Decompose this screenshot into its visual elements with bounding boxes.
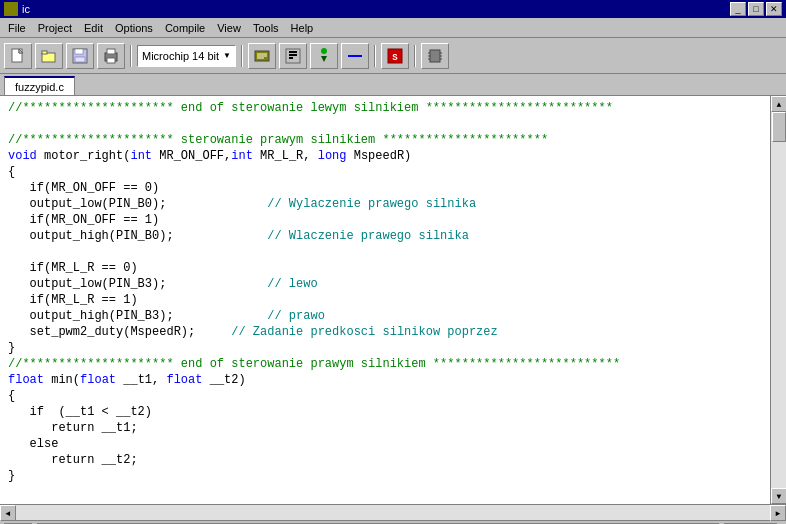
dropdown-arrow-icon: ▼ [223, 51, 231, 60]
line-icon [347, 48, 363, 64]
code-line-12: output_low(PIN_B3); // lewo [8, 277, 318, 291]
code-line-19: { [8, 389, 15, 403]
run-icon [285, 48, 301, 64]
toolbar: Microchip 14 bit ▼ S [0, 38, 786, 74]
minimize-button[interactable]: _ [730, 2, 746, 16]
scroll-up-button[interactable]: ▲ [771, 96, 786, 112]
tab-bar: fuzzypid.c [0, 74, 786, 96]
code-line-4: void motor_right(int MR_ON_OFF,int MR_L_… [8, 149, 411, 163]
code-line-8: if(MR_ON_OFF == 1) [8, 213, 159, 227]
code-line-24: } [8, 469, 15, 483]
code-editor[interactable]: //********************* end of sterowani… [0, 96, 770, 504]
tab-label: fuzzypid.c [15, 81, 64, 93]
maximize-button[interactable]: □ [748, 2, 764, 16]
new-file-icon [10, 48, 26, 64]
code-line-23: return __t2; [8, 453, 138, 467]
app-icon [4, 2, 18, 16]
tree-button[interactable] [310, 43, 338, 69]
stop-button[interactable]: S [381, 43, 409, 69]
code-line-5: { [8, 165, 15, 179]
chip-selector-label: Microchip 14 bit [142, 50, 219, 62]
code-line-21: return __t1; [8, 421, 138, 435]
svg-rect-23 [430, 50, 440, 62]
code-line-20: if (__t1 < __t2) [8, 405, 152, 419]
new-file-button[interactable] [4, 43, 32, 69]
tab-fuzzypid[interactable]: fuzzypid.c [4, 76, 75, 95]
svg-rect-5 [75, 49, 83, 54]
stop-icon: S [387, 48, 403, 64]
menu-bar: File Project Edit Options Compile View T… [0, 18, 786, 38]
menu-project[interactable]: Project [32, 20, 78, 36]
toolbar-separator-2 [241, 45, 243, 67]
horizontal-scrollbar[interactable]: ◄ ► [0, 504, 786, 520]
code-line-9: output_high(PIN_B0); // Wlaczenie praweg… [8, 229, 469, 243]
run-button[interactable] [279, 43, 307, 69]
menu-tools[interactable]: Tools [247, 20, 285, 36]
toolbar-separator-3 [374, 45, 376, 67]
title-bar-buttons: _ □ ✕ [730, 2, 782, 16]
svg-rect-6 [75, 57, 85, 62]
code-line-6: if(MR_ON_OFF == 0) [8, 181, 159, 195]
scroll-h-track[interactable] [16, 505, 770, 520]
scroll-right-button[interactable]: ► [770, 505, 786, 521]
svg-marker-19 [321, 56, 327, 62]
line-button[interactable] [341, 43, 369, 69]
menu-options[interactable]: Options [109, 20, 159, 36]
svg-rect-3 [42, 51, 47, 54]
print-button[interactable] [97, 43, 125, 69]
chip-button[interactable] [421, 43, 449, 69]
scroll-thumb[interactable] [772, 112, 786, 142]
editor-container: //********************* end of sterowani… [0, 96, 786, 504]
svg-rect-8 [107, 49, 115, 54]
toolbar-separator-4 [414, 45, 416, 67]
code-line-18: float min(float __t1, float __t2) [8, 373, 246, 387]
code-line-14: output_high(PIN_B3); // prawo [8, 309, 325, 323]
menu-edit[interactable]: Edit [78, 20, 109, 36]
tree-icon [316, 48, 332, 64]
code-line-3: //********************* sterowanie prawy… [8, 133, 548, 147]
compile-icon [254, 48, 270, 64]
print-icon [103, 48, 119, 64]
menu-view[interactable]: View [211, 20, 247, 36]
code-line-16: } [8, 341, 15, 355]
scroll-down-button[interactable]: ▼ [771, 488, 786, 504]
toolbar-separator-1 [130, 45, 132, 67]
open-file-button[interactable] [35, 43, 63, 69]
code-line-13: if(MR_L_R == 1) [8, 293, 138, 307]
close-button[interactable]: ✕ [766, 2, 782, 16]
title-bar: ic _ □ ✕ [0, 0, 786, 18]
open-file-icon [41, 48, 57, 64]
save-button[interactable] [66, 43, 94, 69]
code-line-11: if(MR_L_R == 0) [8, 261, 138, 275]
compile-button[interactable] [248, 43, 276, 69]
menu-help[interactable]: Help [285, 20, 320, 36]
svg-text:S: S [392, 53, 398, 63]
chip-icon [427, 48, 443, 64]
menu-compile[interactable]: Compile [159, 20, 211, 36]
svg-rect-20 [348, 55, 362, 57]
code-line-15: set_pwm2_duty(MspeedR); // Zadanie predk… [8, 325, 498, 339]
scroll-left-button[interactable]: ◄ [0, 505, 16, 521]
status-bar: 1:1 d:\roboty\microchip\piclab\fuzzypid.… [0, 520, 786, 524]
code-line-1: //********************* end of sterowani… [8, 101, 613, 115]
code-line-22: else [8, 437, 58, 451]
code-line-7: output_low(PIN_B0); // Wylaczenie praweg… [8, 197, 476, 211]
menu-file[interactable]: File [2, 20, 32, 36]
scroll-track[interactable] [771, 112, 786, 488]
chip-selector-dropdown[interactable]: Microchip 14 bit ▼ [137, 45, 236, 67]
svg-rect-9 [107, 58, 115, 63]
title-bar-left: ic [4, 2, 30, 16]
vertical-scrollbar[interactable]: ▲ ▼ [770, 96, 786, 504]
window-title: ic [22, 3, 30, 15]
save-icon [72, 48, 88, 64]
svg-point-18 [321, 48, 327, 54]
code-line-17: //********************* end of sterowani… [8, 357, 620, 371]
